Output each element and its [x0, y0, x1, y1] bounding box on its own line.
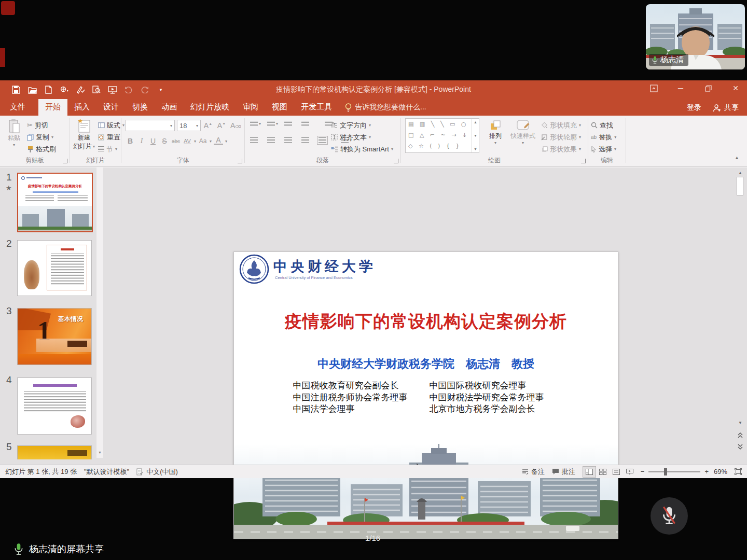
notes-toggle[interactable]: 备注: [522, 467, 545, 477]
zoom-out-button[interactable]: −: [641, 468, 645, 475]
tab-review[interactable]: 审阅: [236, 99, 265, 116]
format-painter-button[interactable]: 格式刷: [27, 143, 56, 155]
bullets-button[interactable]: ▾: [250, 121, 264, 127]
fit-to-window-icon[interactable]: [735, 468, 742, 475]
slide-thumbnail-1[interactable]: 疫情影响下的常设机构认定案例分析: [17, 173, 93, 232]
align-text-button[interactable]: 对齐文本▾: [331, 131, 393, 143]
tab-developer[interactable]: 开发工具: [294, 99, 339, 116]
spellcheck-status-icon[interactable]: [136, 468, 143, 475]
tab-home[interactable]: 开始: [38, 99, 67, 116]
numbering-button[interactable]: ▾: [267, 121, 281, 127]
align-left-button[interactable]: [250, 137, 264, 143]
convert-smartart-button[interactable]: 转换为 SmartArt▾: [331, 143, 393, 155]
slide-thumbnail-4[interactable]: [17, 377, 92, 435]
tab-view[interactable]: 视图: [265, 99, 294, 116]
shapes-scroll-down-icon[interactable]: ▼: [474, 134, 477, 137]
select-button[interactable]: 选择▾: [591, 143, 616, 155]
zoom-level[interactable]: 69%: [714, 468, 727, 475]
tab-insert[interactable]: 插入: [67, 99, 96, 116]
print-preview-icon[interactable]: [91, 84, 102, 95]
meeting-app-icon[interactable]: [1, 1, 15, 15]
slideshow-view-button[interactable]: [623, 466, 637, 478]
tab-design[interactable]: 设计: [96, 99, 126, 116]
shapes-gallery-scrollbar[interactable]: ▲ ▼ ▼: [472, 119, 479, 152]
arrange-button[interactable]: 排列 ▾: [484, 119, 507, 145]
quick-styles-button[interactable]: 快速样式 ▾: [508, 119, 538, 145]
font-dialog-launcher[interactable]: [238, 159, 242, 163]
drawing-dialog-launcher[interactable]: [581, 159, 586, 163]
restore-icon[interactable]: [698, 80, 718, 96]
spelling-icon[interactable]: [75, 84, 86, 95]
scrollbar-thumb[interactable]: [737, 177, 743, 195]
clear-formatting-button[interactable]: A⌫: [230, 121, 241, 130]
sign-in-button[interactable]: 登录: [687, 103, 701, 113]
italic-button[interactable]: I: [137, 137, 146, 145]
slide-number-status[interactable]: 幻灯片 第 1 张, 共 19 张: [5, 467, 77, 477]
shapes-scroll-up-icon[interactable]: ▲: [474, 120, 477, 124]
font-name-combo[interactable]: ▾: [126, 120, 175, 131]
text-shadow-button[interactable]: abc: [171, 138, 181, 144]
tell-me-box[interactable]: 告诉我您想要做什么...: [339, 99, 433, 116]
justify-button[interactable]: [301, 137, 315, 143]
decrease-indent-button[interactable]: [284, 121, 298, 127]
ribbon-display-options-icon[interactable]: [643, 80, 664, 96]
tab-animations[interactable]: 动画: [155, 99, 184, 116]
tab-transitions[interactable]: 切换: [126, 99, 155, 116]
font-color-button[interactable]: A: [214, 137, 223, 145]
open-icon[interactable]: [26, 84, 38, 95]
slide-sorter-view-button[interactable]: [596, 466, 610, 478]
customize-qat-icon[interactable]: ▾: [155, 84, 167, 95]
text-direction-button[interactable]: 文字方向▾: [331, 119, 393, 131]
normal-view-button[interactable]: [583, 466, 596, 478]
paste-button[interactable]: 粘贴 ▾: [4, 119, 24, 147]
panel-scroll-down-icon[interactable]: ▼: [98, 451, 102, 454]
shapes-more-icon[interactable]: ▼: [474, 147, 477, 151]
slideshow-from-start-icon[interactable]: [107, 84, 118, 95]
clipboard-dialog-launcher[interactable]: [63, 159, 67, 163]
paragraph-dialog-launcher[interactable]: [394, 159, 398, 163]
mic-muted-button[interactable]: [651, 497, 688, 535]
shrink-font-button[interactable]: A▼: [217, 121, 226, 130]
webcam-tile[interactable]: 杨志清: [646, 4, 745, 69]
share-button[interactable]: 共享: [713, 103, 739, 113]
slide-canvas[interactable]: 中央财经大学 Central University of Finance and…: [233, 251, 618, 539]
copy-button[interactable]: 复制▾: [27, 131, 56, 143]
align-center-button[interactable]: [267, 137, 281, 143]
zoom-slider-knob[interactable]: [664, 468, 667, 475]
new-slide-button[interactable]: 新建 幻灯片▾: [72, 119, 96, 151]
collapse-ribbon-icon[interactable]: ▲: [735, 155, 739, 160]
vertical-scrollbar[interactable]: ▲ ▼: [736, 167, 744, 465]
close-icon[interactable]: ✕: [725, 80, 746, 96]
redo-icon[interactable]: [139, 84, 150, 95]
save-icon[interactable]: [10, 84, 22, 95]
bold-button[interactable]: B: [126, 137, 135, 145]
grow-font-button[interactable]: A▲: [203, 121, 213, 130]
slide-thumbnail-5[interactable]: [17, 445, 92, 459]
increase-indent-button[interactable]: [301, 121, 315, 127]
thumbnail-panel-scrollbar[interactable]: ▼: [96, 167, 103, 458]
scroll-up-icon[interactable]: ▲: [736, 169, 744, 177]
character-spacing-button[interactable]: AV: [183, 138, 192, 144]
slide-thumbnail-2[interactable]: [17, 240, 92, 296]
cut-button[interactable]: ✂ 剪切: [27, 119, 56, 131]
new-document-icon[interactable]: [43, 84, 54, 95]
find-button[interactable]: 查找: [591, 119, 616, 131]
minimize-icon[interactable]: ─: [670, 80, 691, 96]
reading-view-button[interactable]: [610, 466, 623, 478]
change-case-button[interactable]: Aa: [198, 137, 208, 145]
shape-fill-button[interactable]: 形状填充▾: [541, 119, 581, 131]
zoom-in-button[interactable]: +: [704, 468, 709, 475]
replace-button[interactable]: ab 替换▾: [591, 131, 616, 143]
underline-button[interactable]: U: [148, 137, 158, 145]
language-status[interactable]: 中文(中国): [146, 467, 178, 477]
shapes-gallery[interactable]: ▤ ▥ ╲ ╲ ▭ ○ □ △ ⌐ ~ → ↓ ◇ ☆ ( ) { } ▲ ▼ …: [405, 118, 479, 153]
previous-slide-icon[interactable]: [737, 432, 743, 439]
strikethrough-button[interactable]: S: [160, 137, 169, 145]
undo-icon[interactable]: [123, 84, 134, 95]
align-right-button[interactable]: [284, 137, 298, 143]
tab-file[interactable]: 文件: [3, 99, 32, 116]
slide-thumbnail-3[interactable]: 基本情况 1: [17, 308, 92, 365]
comments-toggle[interactable]: 批注: [552, 467, 575, 477]
distribute-button[interactable]: [319, 137, 333, 143]
shape-effects-button[interactable]: 形状效果▾: [541, 143, 581, 155]
